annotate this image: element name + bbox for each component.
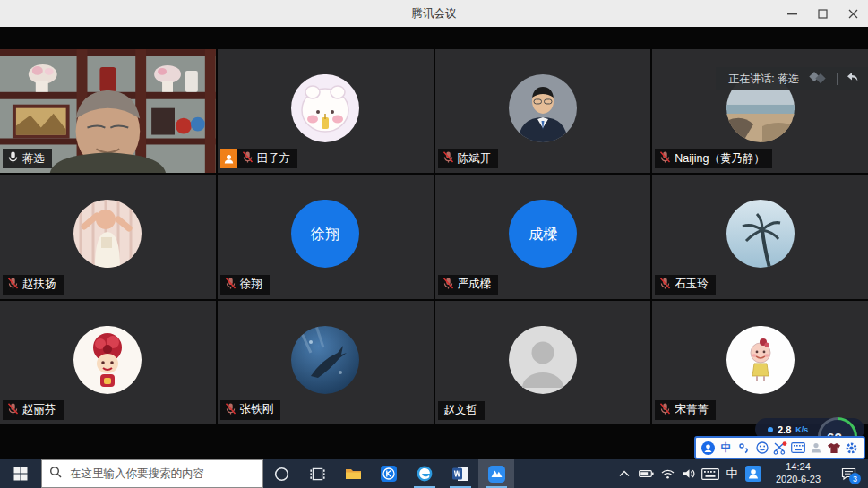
- meeting-tray-tray-icon[interactable]: [743, 459, 764, 488]
- participant-nameplate: Naijing（黄乃静）: [655, 149, 772, 168]
- search-input[interactable]: [68, 467, 255, 481]
- member-badge-icon: [220, 149, 237, 168]
- participant-name: 蒋选: [22, 151, 45, 167]
- participant-name: 田子方: [257, 151, 291, 167]
- participant-tile[interactable]: 宋菁菁: [652, 301, 868, 424]
- participant-tile[interactable]: 陈斌开: [435, 49, 651, 173]
- wifi-tray-icon[interactable]: [657, 459, 678, 488]
- tray-clock[interactable]: 14:24 2020-6-23: [766, 461, 830, 486]
- participant-tile[interactable]: 赵扶扬: [0, 175, 216, 298]
- participant-tile[interactable]: 蒋选: [0, 49, 216, 173]
- meeting-stage: 蒋选 田子方 陈斌开: [0, 27, 868, 459]
- edge-taskbar-icon[interactable]: [407, 459, 443, 488]
- participant-nameplate: 赵丽芬: [3, 400, 64, 420]
- restore-icon[interactable]: [807, 0, 838, 27]
- participant-nameplate: 石玉玲: [655, 275, 716, 295]
- participant-name: 宋菁菁: [675, 402, 709, 417]
- participant-nameplate: 张铁刚: [220, 400, 281, 420]
- participant-avatar: [509, 74, 577, 142]
- mic-muted-icon: [225, 402, 236, 418]
- qq-logo-icon[interactable]: [700, 441, 716, 456]
- mic-muted-icon: [443, 277, 454, 293]
- speaking-toast-text: 正在讲话: 蒋选: [728, 72, 799, 87]
- participant-name: 赵文哲: [444, 403, 478, 418]
- mic-on-icon: [7, 150, 19, 167]
- participant-avatar: [726, 326, 795, 394]
- notification-badge: 3: [849, 473, 861, 484]
- word-taskbar-icon[interactable]: [443, 459, 478, 488]
- participant-tile[interactable]: 张铁刚: [218, 301, 434, 424]
- participant-avatar: 成樑: [509, 200, 577, 268]
- file-explorer-taskbar-icon[interactable]: [335, 459, 371, 488]
- participant-tile[interactable]: 田子方: [218, 49, 434, 173]
- ime-toolbar: 中: [694, 436, 865, 459]
- ime-zh-tray-icon[interactable]: 中: [721, 459, 743, 488]
- keyboard-icon[interactable]: [790, 441, 805, 456]
- participant-name: 赵扶扬: [22, 277, 56, 292]
- speaking-toast: 正在讲话: 蒋选: [716, 67, 868, 90]
- search-icon: [49, 466, 62, 482]
- skin-icon[interactable]: [826, 441, 841, 456]
- window-controls: [777, 0, 868, 27]
- participant-nameplate: 田子方: [220, 149, 298, 168]
- svg-text:成樑: 成樑: [529, 227, 557, 242]
- chevron-up-tray-icon[interactable]: [614, 459, 635, 488]
- volume-tray-icon[interactable]: [678, 459, 700, 488]
- participant-tile[interactable]: 赵文哲: [435, 301, 651, 424]
- participant-tile[interactable]: 石玉玲: [652, 175, 868, 298]
- account-icon[interactable]: [808, 441, 823, 456]
- participant-name: 徐翔: [240, 277, 262, 292]
- punctuation-icon[interactable]: [736, 441, 752, 456]
- participant-nameplate: 徐翔: [220, 275, 270, 295]
- mic-muted-icon: [659, 277, 671, 293]
- window-title: 腾讯会议: [0, 6, 868, 21]
- window-titlebar: 腾讯会议: [0, 0, 868, 28]
- participant-name: 张铁刚: [240, 402, 274, 417]
- network-speed-unit: K/s: [795, 425, 808, 434]
- task-view-taskbar-icon[interactable]: [299, 459, 335, 488]
- start-button[interactable]: [0, 459, 41, 488]
- svg-text:徐翔: 徐翔: [310, 227, 339, 242]
- action-center-icon[interactable]: 3: [832, 459, 864, 488]
- mic-muted-icon: [659, 150, 671, 167]
- battery-tray-icon[interactable]: [635, 459, 657, 488]
- close-icon[interactable]: [838, 0, 868, 27]
- mic-muted-icon: [443, 150, 454, 167]
- layout-switch-icon[interactable]: [807, 71, 829, 88]
- participant-tile[interactable]: 成樑 严成樑: [435, 175, 651, 298]
- mic-muted-icon: [7, 277, 19, 293]
- participant-nameplate: 蒋选: [3, 149, 52, 168]
- emoji-icon[interactable]: [754, 441, 769, 456]
- windows-taskbar: 中 14:24 2020-6-23 3: [0, 459, 868, 488]
- participant-avatar: [726, 200, 795, 268]
- toast-divider: [837, 73, 838, 85]
- participant-tile[interactable]: 赵丽芬: [0, 301, 216, 424]
- meeting-taskbar-icon[interactable]: [478, 459, 514, 488]
- participant-name: 严成樑: [458, 277, 492, 292]
- chinese-mode-icon[interactable]: 中: [718, 441, 734, 456]
- screenshot-icon[interactable]: [772, 441, 787, 456]
- participant-nameplate: 严成樑: [438, 275, 499, 295]
- tencent-meeting-window: 腾讯会议: [0, 0, 868, 488]
- tray-date: 2020-6-23: [769, 474, 828, 486]
- tray-time: 14:24: [769, 461, 828, 474]
- participant-nameplate: 陈斌开: [438, 149, 499, 168]
- participant-avatar: [291, 74, 359, 142]
- cortana-taskbar-icon[interactable]: [263, 459, 299, 488]
- participant-nameplate: 赵扶扬: [3, 275, 64, 295]
- mic-muted-icon: [225, 277, 236, 293]
- participant-avatar: [291, 326, 359, 394]
- participant-nameplate: 宋菁菁: [655, 400, 716, 420]
- settings-icon[interactable]: [844, 441, 859, 456]
- participant-name: Naijing（黄乃静）: [675, 151, 765, 167]
- participant-nameplate: 赵文哲: [438, 401, 486, 420]
- minimize-icon[interactable]: [777, 0, 807, 27]
- participants-grid: 蒋选 田子方 陈斌开: [0, 49, 868, 424]
- touch-keyboard-tray-icon[interactable]: [700, 459, 721, 488]
- participant-avatar: [73, 326, 142, 394]
- taskbar-search: [41, 459, 263, 488]
- back-arrow-icon[interactable]: [846, 71, 859, 87]
- participant-tile[interactable]: 徐翔 徐翔: [218, 175, 434, 298]
- system-tray: 中 14:24 2020-6-23 3: [614, 459, 868, 488]
- k-app-taskbar-icon[interactable]: [371, 459, 407, 488]
